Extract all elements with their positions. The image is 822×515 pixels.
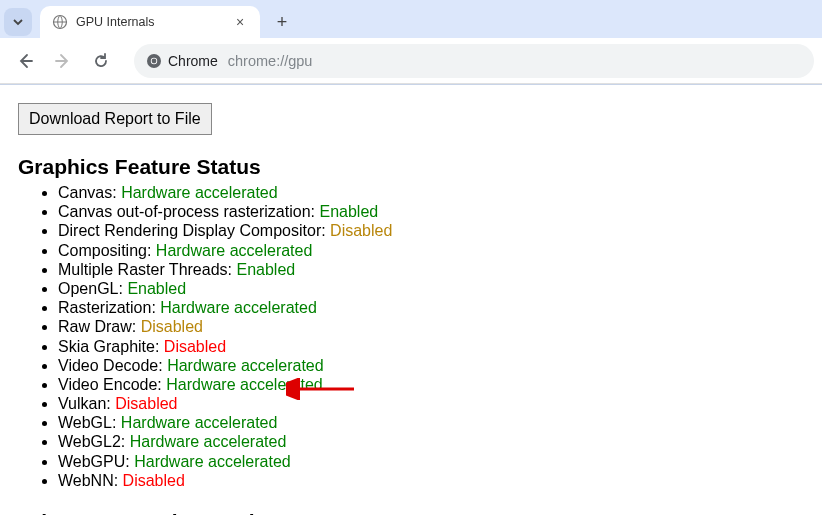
feature-item: Compositing: Hardware accelerated [58, 241, 804, 260]
address-bar[interactable]: Chrome chrome://gpu [134, 44, 814, 78]
toolbar: Chrome chrome://gpu [0, 38, 822, 84]
feature-status: Disabled [330, 222, 392, 239]
reload-button[interactable] [84, 44, 118, 78]
feature-label: OpenGL [58, 280, 118, 297]
globe-icon [52, 14, 68, 30]
tab-title: GPU Internals [76, 15, 224, 29]
feature-label: Rasterization [58, 299, 151, 316]
reload-icon [92, 52, 110, 70]
graphics-feature-status-list: Canvas: Hardware acceleratedCanvas out-o… [18, 183, 804, 490]
graphics-feature-status-heading: Graphics Feature Status [18, 155, 804, 179]
feature-label: Video Encode [58, 376, 157, 393]
feature-label: Skia Graphite [58, 338, 155, 355]
feature-label: Vulkan [58, 395, 106, 412]
feature-item: Rasterization: Hardware accelerated [58, 298, 804, 317]
feature-item: Canvas: Hardware accelerated [58, 183, 804, 202]
tab-strip: GPU Internals × + [0, 0, 822, 38]
feature-item: Multiple Raster Threads: Enabled [58, 260, 804, 279]
feature-status: Disabled [115, 395, 177, 412]
feature-label: Raw Draw [58, 318, 132, 335]
forward-button[interactable] [46, 44, 80, 78]
chrome-badge: Chrome [146, 53, 218, 69]
feature-label: WebNN [58, 472, 114, 489]
feature-status: Disabled [164, 338, 226, 355]
feature-item: Raw Draw: Disabled [58, 317, 804, 336]
feature-item: Video Decode: Hardware accelerated [58, 356, 804, 375]
download-report-button[interactable]: Download Report to File [18, 103, 212, 135]
browser-tab[interactable]: GPU Internals × [40, 6, 260, 38]
feature-status: Disabled [141, 318, 203, 335]
feature-item: WebGPU: Hardware accelerated [58, 452, 804, 471]
feature-item: Skia Graphite: Disabled [58, 337, 804, 356]
feature-status: Disabled [123, 472, 185, 489]
feature-status: Enabled [127, 280, 186, 297]
chevron-down-icon [12, 16, 24, 28]
driver-bug-workarounds-heading: Driver Bug Workarounds [18, 510, 804, 515]
feature-item: WebNN: Disabled [58, 471, 804, 490]
new-tab-button[interactable]: + [268, 8, 296, 36]
feature-label: Video Decode [58, 357, 158, 374]
feature-item: WebGL: Hardware accelerated [58, 413, 804, 432]
svg-point-3 [152, 58, 157, 63]
feature-label: Canvas [58, 184, 112, 201]
feature-item: Video Encode: Hardware accelerated [58, 375, 804, 394]
feature-item: Canvas out-of-process rasterization: Ena… [58, 202, 804, 221]
feature-label: WebGL [58, 414, 112, 431]
feature-status: Hardware accelerated [134, 453, 291, 470]
chrome-label: Chrome [168, 53, 218, 69]
feature-item: Vulkan: Disabled [58, 394, 804, 413]
page-content: Download Report to File Graphics Feature… [0, 85, 822, 515]
feature-status: Hardware accelerated [130, 433, 287, 450]
feature-status: Enabled [319, 203, 378, 220]
url-text: chrome://gpu [228, 53, 313, 69]
close-icon[interactable]: × [232, 14, 248, 30]
feature-label: Canvas out-of-process rasterization [58, 203, 311, 220]
feature-status: Hardware accelerated [160, 299, 317, 316]
feature-status: Hardware accelerated [167, 357, 324, 374]
feature-item: OpenGL: Enabled [58, 279, 804, 298]
feature-label: Compositing [58, 242, 147, 259]
back-button[interactable] [8, 44, 42, 78]
feature-label: Multiple Raster Threads [58, 261, 228, 278]
arrow-left-icon [16, 52, 34, 70]
feature-status: Enabled [236, 261, 295, 278]
feature-item: Direct Rendering Display Compositor: Dis… [58, 221, 804, 240]
feature-item: WebGL2: Hardware accelerated [58, 432, 804, 451]
feature-status: Hardware accelerated [156, 242, 313, 259]
feature-status: Hardware accelerated [121, 414, 278, 431]
feature-label: WebGL2 [58, 433, 121, 450]
arrow-right-icon [54, 52, 72, 70]
feature-label: Direct Rendering Display Compositor [58, 222, 321, 239]
feature-status: Hardware accelerated [121, 184, 278, 201]
chrome-icon [146, 53, 162, 69]
browser-chrome: GPU Internals × + Chrome chrome://gpu [0, 0, 822, 85]
annotation-arrow [286, 378, 356, 400]
feature-label: WebGPU [58, 453, 125, 470]
tab-search-button[interactable] [4, 8, 32, 36]
